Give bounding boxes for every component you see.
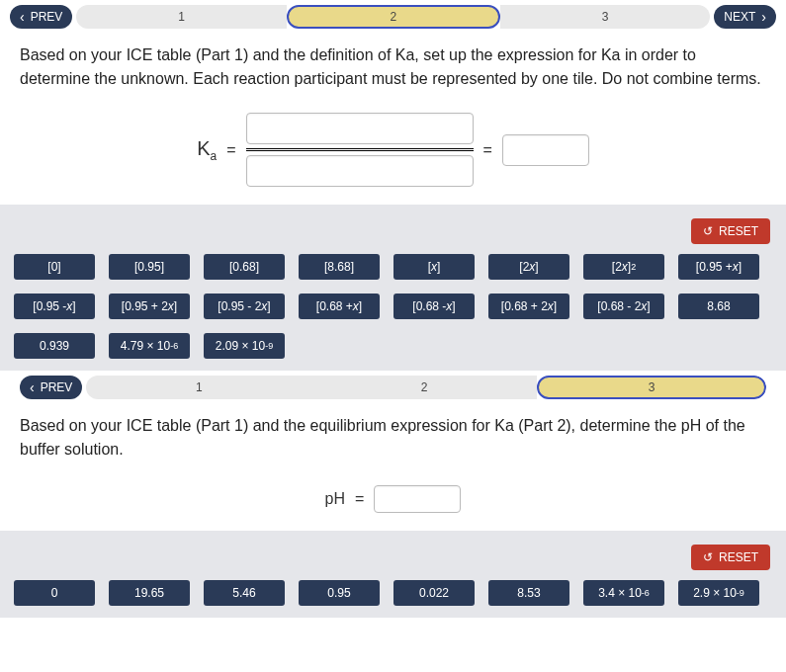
tile-5[interactable]: [2x] (488, 254, 569, 280)
tile-0[interactable]: [0] (14, 254, 95, 280)
tile-6[interactable]: [2x]2 (583, 254, 664, 280)
question-text: Based on your ICE table (Part 1) and the… (0, 34, 786, 107)
next-button[interactable]: NEXT › (714, 5, 776, 29)
prev-button[interactable]: ‹ PREV (10, 5, 72, 29)
ka-equation-row: Ka = = (0, 107, 786, 205)
part3-section: ‹ PREV 123 Based on your ICE table (Part… (0, 371, 786, 618)
tile-2[interactable]: 5.46 (204, 580, 285, 606)
part2-section: ‹ PREV 123 NEXT › Based on your ICE tabl… (0, 0, 786, 371)
denominator-drop[interactable] (246, 155, 474, 187)
next-label: NEXT (724, 10, 755, 24)
tile-3[interactable]: 0.95 (299, 580, 380, 606)
step-1[interactable]: 1 (86, 376, 311, 399)
equals-sign-p3: = (355, 490, 364, 508)
reset-label: RESET (719, 550, 758, 564)
step-2[interactable]: 2 (287, 5, 500, 29)
ph-equation-row: pH = (0, 477, 786, 531)
question-text-p3: Based on your ICE table (Part 1) and the… (0, 404, 786, 477)
reset-button-part3[interactable]: ↺ RESET (691, 545, 770, 570)
tile-4[interactable]: 0.022 (393, 580, 475, 606)
chevron-right-icon: › (761, 10, 766, 24)
result-drop[interactable] (502, 134, 589, 166)
part3-nav: ‹ PREV 123 (0, 371, 786, 404)
tile-7[interactable]: [0.95 + x] (678, 254, 759, 280)
tile-10[interactable]: [0.95 - 2x] (204, 294, 285, 319)
tile-18[interactable]: 2.09 × 10-9 (204, 333, 285, 359)
prev-button-p3[interactable]: ‹ PREV (20, 376, 82, 399)
tile-5[interactable]: 8.53 (488, 580, 569, 606)
tile-13[interactable]: [0.68 + 2x] (488, 294, 569, 319)
tile-4[interactable]: [x] (393, 254, 475, 280)
fraction-bar (246, 148, 474, 151)
tile-15[interactable]: 8.68 (678, 294, 759, 319)
tiles-container-part2: [0][0.95][0.68][8.68][x][2x][2x]2[0.95 +… (10, 254, 776, 359)
tile-0[interactable]: 0 (14, 580, 95, 606)
tiles-container-part3: 019.655.460.950.0228.533.4 × 10-62.9 × 1… (10, 580, 776, 606)
fraction (246, 113, 474, 187)
part2-nav: ‹ PREV 123 NEXT › (0, 0, 786, 34)
prev-label: PREV (41, 380, 73, 394)
step-1[interactable]: 1 (76, 5, 286, 29)
step-indicator-p3: 123 (86, 376, 766, 399)
tile-17[interactable]: 4.79 × 10-6 (109, 333, 190, 359)
tile-16[interactable]: 0.939 (14, 333, 95, 359)
tile-7[interactable]: 2.9 × 10-9 (678, 580, 759, 606)
tile-8[interactable]: [0.95 - x] (14, 294, 95, 319)
step-3[interactable]: 3 (500, 5, 710, 29)
reset-button-part2[interactable]: ↺ RESET (691, 218, 770, 244)
ph-drop[interactable] (374, 485, 461, 513)
reset-icon: ↺ (703, 550, 713, 564)
numerator-drop[interactable] (246, 113, 474, 144)
chevron-left-icon: ‹ (30, 380, 35, 394)
tile-bank-part2: ↺ RESET [0][0.95][0.68][8.68][x][2x][2x]… (0, 205, 786, 371)
tile-2[interactable]: [0.68] (204, 254, 285, 280)
reset-label: RESET (719, 224, 758, 238)
step-3[interactable]: 3 (537, 376, 766, 399)
tile-1[interactable]: [0.95] (109, 254, 190, 280)
tile-14[interactable]: [0.68 - 2x] (583, 294, 664, 319)
step-indicator: 123 (76, 5, 710, 29)
step-2[interactable]: 2 (311, 376, 537, 399)
tile-9[interactable]: [0.95 + 2x] (109, 294, 190, 319)
tile-6[interactable]: 3.4 × 10-6 (583, 580, 664, 606)
ka-label: Ka (197, 137, 217, 163)
chevron-left-icon: ‹ (20, 10, 25, 24)
tile-bank-part3: ↺ RESET 019.655.460.950.0228.533.4 × 10-… (0, 531, 786, 618)
equals-sign: = (226, 141, 235, 159)
equals-sign-2: = (483, 141, 492, 159)
tile-12[interactable]: [0.68 - x] (393, 294, 475, 319)
prev-label: PREV (31, 10, 63, 24)
tile-3[interactable]: [8.68] (299, 254, 380, 280)
tile-11[interactable]: [0.68 + x] (299, 294, 380, 319)
tile-1[interactable]: 19.65 (109, 580, 190, 606)
ph-label: pH (325, 490, 345, 508)
reset-icon: ↺ (703, 224, 713, 238)
